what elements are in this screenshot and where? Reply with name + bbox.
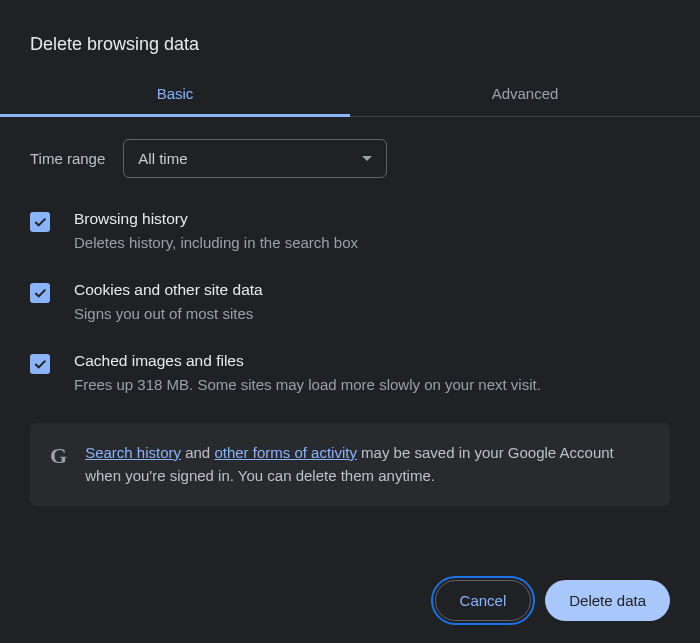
time-range-value: All time bbox=[138, 150, 187, 167]
link-search-history[interactable]: Search history bbox=[85, 444, 181, 461]
tab-advanced[interactable]: Advanced bbox=[350, 73, 700, 117]
check-icon bbox=[32, 356, 48, 372]
notice-text: Search history and other forms of activi… bbox=[85, 441, 650, 488]
google-notice: G Search history and other forms of acti… bbox=[30, 423, 670, 506]
time-range-label: Time range bbox=[30, 150, 105, 167]
checkbox-cache[interactable] bbox=[30, 354, 50, 374]
tab-basic[interactable]: Basic bbox=[0, 73, 350, 117]
item-title-browsing-history: Browsing history bbox=[74, 210, 670, 228]
dialog-title: Delete browsing data bbox=[0, 0, 700, 73]
link-other-activity[interactable]: other forms of activity bbox=[214, 444, 357, 461]
time-range-select[interactable]: All time bbox=[123, 139, 387, 178]
delete-data-button[interactable]: Delete data bbox=[545, 580, 670, 621]
check-icon bbox=[32, 285, 48, 301]
check-icon bbox=[32, 214, 48, 230]
item-sub-cache: Frees up 318 MB. Some sites may load mor… bbox=[74, 374, 670, 395]
item-sub-browsing-history: Deletes history, including in the search… bbox=[74, 232, 670, 253]
tabs: Basic Advanced bbox=[0, 73, 700, 117]
checkbox-browsing-history[interactable] bbox=[30, 212, 50, 232]
item-sub-cookies: Signs you out of most sites bbox=[74, 303, 670, 324]
item-title-cookies: Cookies and other site data bbox=[74, 281, 670, 299]
item-title-cache: Cached images and files bbox=[74, 352, 670, 370]
chevron-down-icon bbox=[362, 156, 372, 161]
google-icon: G bbox=[50, 443, 67, 469]
checkbox-cookies[interactable] bbox=[30, 283, 50, 303]
cancel-button[interactable]: Cancel bbox=[435, 580, 532, 621]
